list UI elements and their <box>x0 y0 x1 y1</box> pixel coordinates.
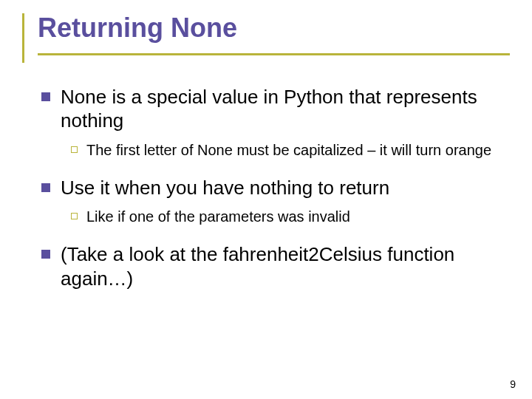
page-number: 9 <box>510 378 516 390</box>
slide: Returning None None is a special value i… <box>0 0 532 399</box>
slide-title: Returning None <box>38 13 510 43</box>
hollow-square-bullet-icon <box>71 146 78 153</box>
slide-body: None is a special value in Python that r… <box>22 85 510 291</box>
sub-bullet-item: Like if one of the parameters was invali… <box>71 207 502 226</box>
title-container: Returning None <box>22 13 510 63</box>
square-bullet-icon <box>41 250 50 259</box>
bullet-item: (Take a look at the fahrenheit2Celsius f… <box>41 242 502 290</box>
bullet-text: Use it when you have nothing to return <box>61 176 389 200</box>
bullet-item: Use it when you have nothing to return <box>41 176 502 200</box>
sub-bullet-text: Like if one of the parameters was invali… <box>86 207 350 226</box>
bullet-text: (Take a look at the fahrenheit2Celsius f… <box>61 242 502 290</box>
bullet-item: None is a special value in Python that r… <box>41 85 502 133</box>
square-bullet-icon <box>41 92 50 101</box>
sub-bullet-text: The first letter of None must be capital… <box>86 140 491 160</box>
square-bullet-icon <box>41 183 50 192</box>
bullet-text: None is a special value in Python that r… <box>61 85 502 133</box>
hollow-square-bullet-icon <box>71 213 78 219</box>
title-underline: Returning None <box>38 13 510 55</box>
sub-bullet-item: The first letter of None must be capital… <box>71 140 502 160</box>
